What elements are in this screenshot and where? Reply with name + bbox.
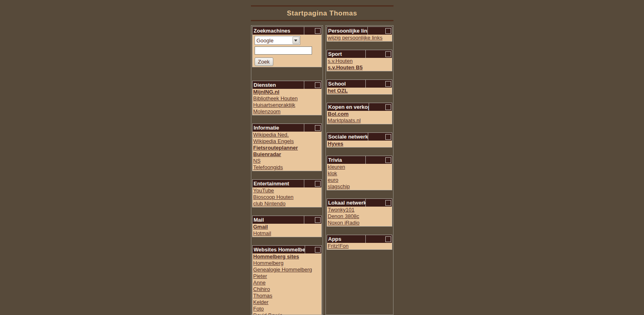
- link-box: Trivia kleurenklokeuroslagschip: [327, 156, 392, 190]
- link[interactable]: s.v.Houten B5: [327, 64, 364, 71]
- box-title: Entertainment: [254, 180, 304, 187]
- link[interactable]: Twonky101: [327, 207, 356, 213]
- box-title: Informatie: [254, 124, 304, 132]
- link-box: Lokaal netwerk Twonky101Denon 3808cNoxon…: [327, 198, 392, 227]
- link[interactable]: slagschip: [327, 183, 351, 190]
- link-box: Persoonlijke links wijzig persoonlijke l…: [327, 26, 392, 42]
- box-corner-button[interactable]: [385, 104, 391, 110]
- link[interactable]: Bioscoop Houten: [253, 194, 295, 200]
- arrow-glyph: [294, 40, 297, 42]
- link-list: s.v.Houtens.v.Houten B5: [327, 58, 392, 71]
- link-box: Informatie Wikipedia Ned.Wikipedia Engel…: [252, 123, 322, 171]
- link[interactable]: Noxon iRadio: [327, 220, 360, 226]
- box-corner-button[interactable]: [315, 217, 321, 223]
- link[interactable]: Molenzoom: [253, 108, 281, 115]
- link[interactable]: Fritz!Fon: [327, 243, 349, 249]
- link-box: Sport s.v.Houtens.v.Houten B5: [327, 50, 392, 71]
- box-corner-button[interactable]: [315, 28, 321, 34]
- box-corner-button[interactable]: [315, 125, 321, 131]
- box-title: Apps: [328, 235, 365, 243]
- link-list: Hommelberg sitesHommelbergGenealogie Hom…: [253, 253, 321, 315]
- link[interactable]: Telefoongids: [253, 164, 284, 171]
- link[interactable]: YouTube: [253, 187, 275, 194]
- box-header-spacer: [304, 81, 314, 89]
- search-engine-value: Google: [255, 37, 292, 44]
- link[interactable]: Marktplaats.nl: [327, 117, 362, 124]
- link[interactable]: Hommelberg: [253, 260, 284, 267]
- search-button[interactable]: Zoek: [255, 57, 273, 66]
- box-corner-button[interactable]: [385, 157, 391, 163]
- link[interactable]: Chihiro: [253, 286, 271, 293]
- link[interactable]: Huisartsenpraktijk: [253, 102, 296, 108]
- box-title: Kopen en verkopen: [328, 103, 369, 111]
- box-header-spacer: [368, 133, 384, 141]
- link[interactable]: Genealogie Hommelberg: [253, 267, 313, 273]
- link[interactable]: David Bowie: [253, 312, 284, 315]
- box-header: Apps: [327, 235, 392, 243]
- box-corner-button[interactable]: [315, 247, 321, 253]
- box-header-spacer: [367, 27, 384, 35]
- link[interactable]: Pieter: [253, 273, 268, 280]
- box-header: Trivia: [327, 156, 392, 164]
- link-box: Sociale netwerken Hyves: [327, 132, 392, 148]
- link[interactable]: wijzig persoonlijke links: [327, 35, 383, 41]
- box-corner-button[interactable]: [385, 81, 391, 87]
- box-header-spacer: [305, 246, 314, 253]
- search-engine-select[interactable]: Google: [255, 36, 300, 45]
- link[interactable]: Thomas: [253, 293, 273, 299]
- link-box: Entertainment YouTubeBioscoop Houtenclub…: [252, 179, 322, 207]
- box-corner-button[interactable]: [315, 181, 321, 187]
- link[interactable]: Hommelberg sites: [253, 253, 300, 260]
- box-corner-button[interactable]: [385, 134, 391, 140]
- link[interactable]: Fietsrouteplanner: [253, 145, 299, 151]
- box-title: School: [328, 80, 365, 88]
- link[interactable]: Bol.com: [327, 111, 349, 117]
- link-box: Kopen en verkopen Bol.comMarktplaats.nl: [327, 103, 392, 124]
- box-corner-button[interactable]: [385, 236, 391, 242]
- link-box: School het OZL: [327, 79, 392, 95]
- link[interactable]: Bibliotheek Houten: [253, 95, 299, 102]
- link[interactable]: Anne: [253, 280, 266, 286]
- box-corner-button[interactable]: [385, 51, 391, 57]
- box-header: Kopen en verkopen: [327, 103, 392, 111]
- link[interactable]: kleuren: [327, 164, 346, 170]
- box-header: Websites Hommelberg: [253, 246, 321, 253]
- box-header-spacer: [304, 216, 314, 224]
- box-title: Zoekmachines: [254, 27, 304, 35]
- link[interactable]: Hotmail: [253, 230, 272, 237]
- link[interactable]: Gmail: [253, 224, 269, 230]
- title-rule-top: [251, 5, 393, 7]
- link[interactable]: het OZL: [327, 88, 349, 94]
- box-title: Lokaal netwerk: [328, 199, 366, 207]
- box-title: Sociale netwerken: [328, 133, 368, 141]
- dropdown-arrow-icon[interactable]: [292, 37, 299, 44]
- box-header-spacer: [365, 199, 384, 207]
- box-title: Sport: [328, 50, 365, 58]
- link-list: kleurenklokeuroslagschip: [327, 164, 392, 190]
- box-corner-button[interactable]: [385, 28, 391, 34]
- link[interactable]: NS: [253, 158, 262, 164]
- link[interactable]: Wikipedia Ned.: [253, 132, 290, 138]
- link[interactable]: Kelder: [253, 299, 270, 306]
- box-corner-button[interactable]: [385, 200, 391, 206]
- link[interactable]: MijnING.nl: [253, 89, 280, 95]
- search-box: Zoekmachines Google Zoek: [252, 26, 322, 67]
- box-header-spacer: [365, 156, 384, 164]
- search-input[interactable]: [255, 46, 312, 55]
- box-corner-button[interactable]: [315, 82, 321, 88]
- link[interactable]: Hyves: [327, 141, 344, 147]
- link-list: Wikipedia Ned.Wikipedia EngelsFietsroute…: [253, 132, 321, 171]
- link-list: Twonky101Denon 3808cNoxon iRadio: [327, 207, 392, 226]
- link[interactable]: Buienradar: [253, 151, 282, 158]
- box-header-spacer: [304, 27, 314, 35]
- link[interactable]: s.v.Houten: [327, 58, 354, 64]
- right-box-list: Persoonlijke links wijzig persoonlijke l…: [327, 26, 392, 250]
- link[interactable]: Foto: [253, 306, 265, 312]
- link[interactable]: club Nintendo: [253, 200, 287, 207]
- link[interactable]: Denon 3808c: [327, 213, 360, 220]
- link[interactable]: klok: [327, 170, 338, 177]
- link[interactable]: euro: [327, 177, 339, 183]
- link[interactable]: Wikipedia Engels: [253, 138, 295, 145]
- title-rule-bottom: [251, 20, 393, 21]
- left-box-list: Diensten MijnING.nlBibliotheek HoutenHui…: [252, 81, 322, 315]
